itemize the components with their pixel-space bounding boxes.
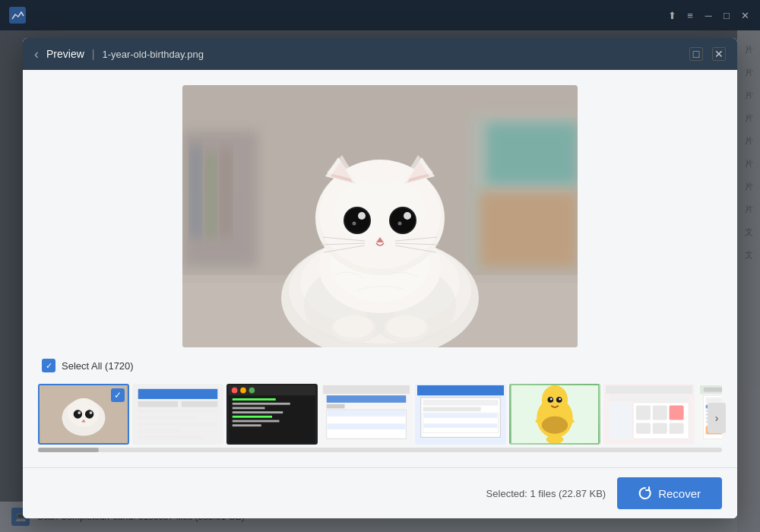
svg-rect-62 [138,429,182,433]
maximize-icon[interactable]: □ [720,9,733,21]
thumbnails-wrapper: › [38,384,722,452]
svg-point-50 [74,410,82,418]
thumbnail-1[interactable] [38,384,129,445]
title-bar: ⬆ ≡ ─ □ ✕ [0,0,760,30]
svg-point-29 [345,208,369,233]
svg-rect-56 [138,389,218,399]
svg-point-53 [90,411,93,414]
svg-rect-58 [182,401,218,407]
preview-modal: ‹ Preview | 1-year-old-birthday.png □ ✕ [23,38,737,518]
minimize-icon[interactable]: ─ [702,9,714,21]
svg-rect-89 [423,407,481,412]
selected-info: Selected: 1 files (22.87 KB) [486,488,606,499]
svg-rect-73 [233,416,272,418]
svg-point-67 [240,388,246,394]
thumbnails-strip [38,384,722,445]
svg-rect-57 [138,401,178,407]
svg-rect-114 [670,406,684,420]
thumbnail-7[interactable] [603,384,695,445]
app-background: ⬆ ≡ ─ □ ✕ 片 片 片 片 片 片 片 片 文 文 💻 Scan Com… [0,0,760,532]
menu-icon[interactable]: ≡ [684,9,696,21]
svg-rect-109 [610,395,689,401]
title-bar-left [9,7,26,24]
svg-rect-112 [636,406,651,420]
svg-point-49 [68,398,100,427]
svg-rect-70 [233,403,290,405]
select-all-label[interactable]: Select All (1720) [62,360,134,372]
svg-rect-77 [323,385,410,394]
modal-overlay: ‹ Preview | 1-year-old-birthday.png □ ✕ [0,30,760,532]
thumbnail-scrollbar-track [38,448,99,452]
svg-rect-81 [328,410,406,416]
app-icon [9,7,26,24]
modal-close-button[interactable]: ✕ [712,47,726,61]
svg-rect-92 [424,419,498,423]
thumbnail-5[interactable] [415,384,506,445]
thumbnail-6[interactable] [509,384,600,445]
svg-rect-110 [610,403,632,439]
svg-rect-117 [670,423,684,433]
svg-rect-78 [327,395,407,403]
svg-point-33 [391,208,415,233]
recover-button[interactable]: Recover [617,477,722,509]
svg-point-35 [398,222,402,226]
svg-rect-59 [138,409,218,413]
thumbnails-next-button[interactable]: › [708,403,726,433]
svg-rect-8 [479,192,578,268]
modal-title-left: ‹ Preview | 1-year-old-birthday.png [34,46,204,62]
svg-point-30 [358,212,366,220]
svg-point-101 [550,398,553,401]
back-icon[interactable]: ‹ [34,46,39,62]
svg-rect-72 [233,411,283,413]
svg-rect-71 [233,407,265,410]
svg-point-34 [404,212,411,220]
thumbnail-3[interactable] [226,384,318,445]
svg-point-66 [232,388,238,394]
svg-rect-4 [205,154,217,237]
svg-rect-7 [486,123,578,184]
title-bar-controls: ⬆ ≡ ─ □ ✕ [666,9,751,21]
modal-title: Preview [46,48,84,60]
select-all-checkbox[interactable]: ✓ [42,359,55,372]
svg-point-46 [387,315,426,338]
svg-point-103 [542,416,568,434]
modal-maximize-button[interactable]: □ [689,47,703,61]
modal-footer: Selected: 1 files (22.87 KB) Recover [23,467,737,518]
cat-image [182,85,578,347]
svg-rect-116 [653,423,667,433]
svg-point-102 [559,398,561,401]
svg-rect-74 [233,420,280,423]
svg-point-45 [334,315,373,338]
svg-rect-84 [328,430,406,436]
thumbnail-4[interactable] [321,384,412,445]
svg-rect-69 [233,398,276,401]
svg-rect-120 [704,388,722,392]
svg-rect-113 [653,406,667,420]
svg-rect-82 [328,417,406,423]
thumbnail-2[interactable] [132,384,223,445]
svg-rect-88 [423,400,499,406]
title-separator: | [92,48,95,60]
main-image-container [182,85,578,347]
svg-rect-60 [138,416,196,420]
svg-rect-86 [417,385,504,395]
svg-point-31 [353,222,356,226]
svg-rect-79 [327,404,345,409]
svg-rect-75 [233,424,261,426]
thumbnail-scrollbar[interactable] [38,448,722,452]
modal-title-controls: □ ✕ [689,47,726,61]
recover-button-label: Recover [658,487,701,500]
share-icon[interactable]: ⬆ [666,9,678,21]
svg-point-52 [78,411,81,414]
modal-filename: 1-year-old-birthday.png [102,49,203,60]
modal-title-bar: ‹ Preview | 1-year-old-birthday.png □ ✕ [23,38,737,70]
close-icon[interactable]: ✕ [739,9,751,21]
svg-rect-83 [328,423,406,429]
recover-icon [638,486,652,500]
svg-rect-63 [138,435,204,440]
svg-rect-61 [138,422,218,426]
modal-body: ✓ Select All (1720) [23,70,737,467]
svg-rect-5 [220,150,232,237]
svg-rect-115 [636,423,651,433]
select-all-row: ✓ Select All (1720) [38,359,722,372]
